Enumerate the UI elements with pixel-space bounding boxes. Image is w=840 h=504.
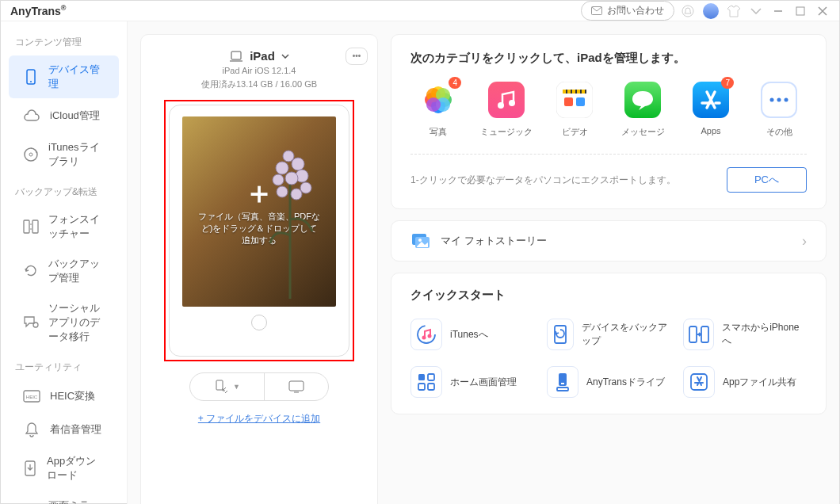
sidebar-heading: コンテンツ管理 [1,28,127,54]
svg-point-54 [770,98,774,102]
sidebar-item-label: バックアップ管理 [48,257,105,285]
phone-icon [23,68,39,86]
quickstart-share[interactable]: Appファイル共有 [683,366,807,398]
svg-point-38 [426,97,441,112]
contact-button[interactable]: お問い合わせ [581,1,674,21]
category-label: メッセージ [621,126,665,138]
sidebar-item[interactable]: iCloud管理 [9,100,119,132]
add-files-link[interactable]: + ファイルをデバイスに追加 [198,412,320,426]
sidebar-item[interactable]: デバイス管理 [9,55,119,98]
category-message[interactable]: メッセージ [615,80,670,138]
quickstart-toiphone[interactable]: スマホからiPhoneへ [683,319,807,350]
shirt-icon[interactable] [727,4,741,18]
cloud-icon [23,107,40,124]
export-pc-button[interactable]: PCへ [727,167,807,193]
chevron-down-icon[interactable] [281,54,289,59]
quickstart-title: クイックスタート [391,284,826,303]
maximize-icon[interactable] [793,4,808,18]
avatar[interactable] [703,3,719,19]
svg-text:HEIC: HEIC [26,395,38,399]
svg-point-7 [29,153,32,156]
chevron-right-icon: › [802,233,807,250]
category-label: ミュージック [480,126,533,138]
device-name: iPad [250,49,275,63]
sidebar-item-label: 画面ミラーリング [48,498,105,504]
apps-icon: 7 [691,80,731,120]
photos-icon: 4 [418,80,458,120]
sidebar-item-label: フォンスイッチャー [48,212,105,241]
disc-icon [23,146,39,163]
sidebar-item[interactable]: フォンスイッチャー [9,205,119,248]
device-model: iPad Air iOS 12.1.4 [223,66,296,75]
chevron-down-icon[interactable] [749,4,763,18]
sidebar-item[interactable]: HEICHEIC変換 [9,380,119,412]
categories-panel: 次のカテゴリをクリックして、iPadを管理します。 4写真ミュージックビデオメッ… [391,34,827,209]
mail-icon [591,6,602,15]
toiphone-icon [683,319,714,350]
category-label: Apps [701,126,720,136]
categories-title: 次のカテゴリをクリックして、iPadを管理します。 [410,51,807,66]
sidebar-item-label: Appダウンロード [47,454,105,483]
svg-rect-16 [231,52,241,59]
svg-point-10 [33,323,38,327]
svg-rect-39 [488,82,525,118]
svg-rect-45 [567,90,571,94]
backup-icon [547,319,574,350]
category-label: 写真 [430,126,447,138]
svg-point-59 [418,239,422,242]
more-button[interactable]: ••• [346,48,368,65]
category-other[interactable]: その他 [751,80,807,138]
contact-label: お問い合わせ [607,4,664,17]
screen-action[interactable] [265,373,328,400]
quickstart-home[interactable]: ホーム画面管理 [410,366,534,398]
sidebar-item[interactable]: 着信音管理 [9,414,119,445]
clipboard-action[interactable]: ▼ [190,373,265,400]
heic-icon: HEIC [23,388,40,405]
quickstart-backup[interactable]: デバイスをバックアップ [547,319,670,350]
svg-point-61 [422,336,426,340]
sidebar-item[interactable]: 画面ミラーリング [9,491,119,504]
svg-point-1 [682,6,693,17]
minimize-icon[interactable] [771,4,785,18]
itunes-icon [410,319,442,350]
category-music[interactable]: ミュージック [479,80,534,138]
svg-point-20 [292,158,304,170]
svg-point-27 [291,189,302,200]
sidebar-item-label: HEIC変換 [50,389,95,403]
sidebar-item-label: ソーシャルアプリのデータ移行 [48,301,105,344]
share-icon [683,366,715,398]
photo-story-row[interactable]: マイ フォトストーリー › [391,220,827,262]
category-label: その他 [766,126,792,138]
category-apps[interactable]: 7Apps [683,80,739,138]
sidebar-item[interactable]: Appダウンロード [9,447,119,490]
sidebar-item-label: iTunesライブラリ [48,140,105,169]
svg-rect-64 [689,326,697,342]
video-icon [555,80,594,120]
svg-rect-3 [796,7,804,15]
sidebar-item[interactable]: ソーシャルアプリのデータ移行 [9,294,119,351]
export-hint: 1-クリックで必要なデータをパソコンにエクスポートします。 [410,174,727,187]
bell-icon[interactable] [681,4,695,18]
close-icon[interactable] [815,4,830,18]
quickstart-label: iTunesへ [450,328,488,342]
quickstart-itunes[interactable]: iTunesへ [410,319,534,350]
message-icon [623,80,662,120]
sidebar-item[interactable]: バックアップ管理 [9,250,119,292]
sidebar-item[interactable]: iTunesライブラリ [9,133,119,176]
svg-rect-71 [561,383,564,384]
badge: 7 [721,77,734,89]
svg-point-21 [283,151,294,162]
category-video[interactable]: ビデオ [547,80,602,138]
svg-point-56 [785,98,788,102]
quickstart-drive[interactable]: AnyTransドライブ [547,366,670,398]
svg-point-23 [273,174,284,185]
sidebar-item-label: 着信音管理 [50,422,101,437]
svg-rect-68 [418,384,425,390]
device-preview[interactable]: ＋ ファイル（写真、音楽、PDFなど)をドラッグ＆ドロップして追加する [164,100,354,361]
device-type-icon [229,51,243,62]
category-photos[interactable]: 4写真 [410,80,466,138]
quickstart-label: デバイスをバックアップ [582,321,670,348]
category-label: ビデオ [562,126,588,138]
download-icon [23,460,37,477]
flower-illustration [258,140,322,299]
